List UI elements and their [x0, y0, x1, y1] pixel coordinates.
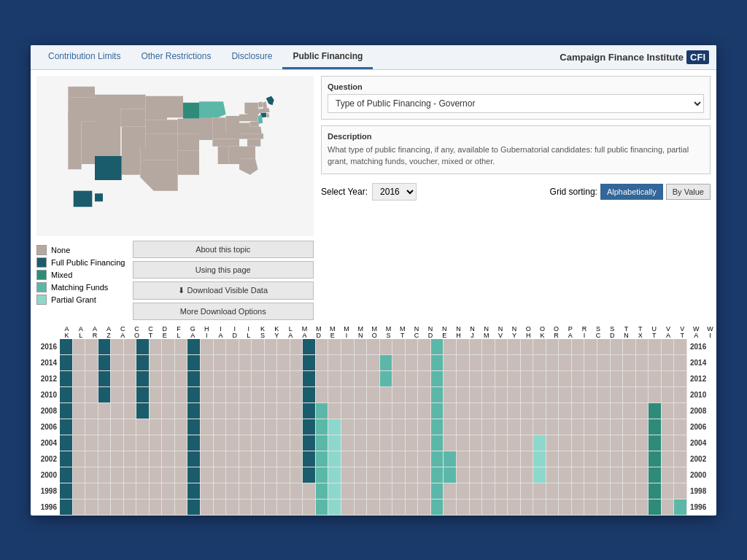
grid-cell-nv-2000[interactable] — [457, 467, 469, 483]
grid-cell-de-1996[interactable] — [150, 499, 162, 516]
grid-cell-sd-2010[interactable] — [559, 387, 571, 403]
grid-cell-id-2008[interactable] — [214, 403, 226, 419]
grid-cell-ma-2016[interactable] — [277, 339, 290, 355]
grid-cell-md-2008[interactable] — [290, 403, 303, 419]
grid-cell-sc-1996[interactable] — [546, 499, 559, 516]
state-mn[interactable] — [167, 96, 183, 117]
grid-cell-mi-2004[interactable] — [316, 435, 328, 451]
grid-cell-ky-2010[interactable] — [252, 387, 264, 403]
grid-cell-co-1996[interactable] — [124, 499, 136, 516]
grid-cell-nv-2012[interactable] — [457, 371, 469, 387]
grid-cell-oh-2016[interactable] — [482, 339, 495, 355]
grid-cell-ut-2008[interactable] — [597, 403, 610, 419]
grid-cell-ky-2004[interactable] — [252, 435, 264, 451]
grid-cell-nv-2016[interactable] — [457, 339, 469, 355]
state-mo[interactable] — [178, 133, 199, 150]
grid-cell-ga-1996[interactable] — [175, 499, 187, 516]
grid-cell-nj-2014[interactable] — [431, 355, 444, 371]
grid-cell-ny-2006[interactable] — [470, 419, 482, 435]
grid-cell-al-2012[interactable] — [73, 371, 85, 387]
grid-cell-sd-2002[interactable] — [559, 451, 571, 467]
grid-col-ut[interactable] — [597, 339, 611, 516]
grid-cell-mn-2014[interactable] — [328, 355, 341, 371]
grid-cell-wa-1996[interactable] — [636, 499, 649, 516]
grid-cell-ky-2002[interactable] — [252, 451, 264, 467]
grid-cell-nd-2000[interactable] — [392, 467, 405, 483]
grid-cell-pa-2004[interactable] — [521, 435, 533, 451]
grid-cell-az-2006[interactable] — [98, 419, 111, 435]
grid-cell-nv-1996[interactable] — [457, 499, 469, 516]
grid-cell-ne-2002[interactable] — [406, 451, 418, 467]
grid-cell-nd-1998[interactable] — [392, 483, 405, 499]
grid-cell-il-2004[interactable] — [226, 435, 239, 451]
state-ut[interactable] — [95, 132, 120, 156]
grid-cell-ms-2008[interactable] — [355, 403, 367, 419]
grid-cell-mo-1996[interactable] — [341, 499, 354, 516]
state-ca[interactable] — [68, 113, 81, 169]
tab-other-restrictions[interactable]: Other Restrictions — [131, 45, 221, 69]
grid-cell-il-2008[interactable] — [226, 403, 239, 419]
grid-cell-ok-2016[interactable] — [495, 339, 508, 355]
grid-cell-mi-2008[interactable] — [316, 403, 328, 419]
grid-col-nv[interactable] — [457, 339, 470, 516]
grid-cell-mo-2000[interactable] — [341, 467, 354, 483]
grid-cell-pa-2010[interactable] — [521, 387, 533, 403]
grid-cell-nj-2010[interactable] — [431, 387, 444, 403]
grid-cell-nd-2004[interactable] — [392, 435, 405, 451]
grid-cell-al-2016[interactable] — [73, 339, 85, 355]
grid-cell-ar-2014[interactable] — [85, 355, 98, 371]
grid-col-or[interactable] — [508, 339, 521, 516]
state-vt[interactable] — [258, 101, 263, 108]
grid-cell-il-2010[interactable] — [226, 387, 239, 403]
grid-cell-ok-2010[interactable] — [495, 387, 508, 403]
grid-cell-ma-2006[interactable] — [277, 419, 290, 435]
grid-cell-ca-2008[interactable] — [111, 403, 123, 419]
grid-cell-ut-2004[interactable] — [597, 435, 610, 451]
grid-cell-or-2000[interactable] — [508, 467, 520, 483]
grid-cell-mn-1996[interactable] — [328, 499, 341, 516]
grid-col-ri[interactable] — [533, 339, 546, 516]
grid-cell-fl-2004[interactable] — [162, 435, 174, 451]
grid-cell-wy-2006[interactable] — [674, 419, 686, 435]
grid-cell-il-2002[interactable] — [226, 451, 239, 467]
grid-cell-tx-2008[interactable] — [584, 403, 597, 419]
grid-cell-oh-2006[interactable] — [482, 419, 495, 435]
grid-cell-me-2014[interactable] — [303, 355, 315, 371]
grid-cell-tn-1996[interactable] — [572, 499, 584, 516]
grid-cell-fl-2002[interactable] — [162, 451, 174, 467]
grid-cell-ri-2016[interactable] — [533, 339, 546, 355]
grid-cell-mi-1998[interactable] — [316, 483, 328, 499]
grid-cell-ct-2002[interactable] — [136, 451, 149, 467]
grid-cell-tn-2010[interactable] — [572, 387, 584, 403]
grid-cell-sc-2016[interactable] — [546, 339, 559, 355]
state-oh[interactable] — [226, 116, 239, 132]
grid-col-mt[interactable] — [367, 339, 380, 516]
grid-cell-vt-2016[interactable] — [623, 339, 635, 355]
grid-cell-ok-1998[interactable] — [495, 483, 508, 499]
grid-cell-hi-2012[interactable] — [187, 371, 200, 387]
grid-cell-sc-1998[interactable] — [546, 483, 559, 499]
grid-cell-mt-1996[interactable] — [367, 499, 379, 516]
grid-cell-sd-2014[interactable] — [559, 355, 571, 371]
grid-cell-de-2010[interactable] — [150, 387, 162, 403]
grid-cell-nd-2010[interactable] — [392, 387, 405, 403]
question-select[interactable]: Type of Public Financing - Governor — [328, 94, 704, 113]
grid-cell-co-1998[interactable] — [124, 483, 136, 499]
grid-cell-mt-2016[interactable] — [367, 339, 379, 355]
grid-cell-wv-2000[interactable] — [662, 467, 674, 483]
grid-cell-mn-2004[interactable] — [328, 435, 341, 451]
grid-cell-nd-1996[interactable] — [392, 499, 405, 516]
grid-cell-ak-2010[interactable] — [60, 387, 72, 403]
grid-cell-nm-2006[interactable] — [444, 419, 456, 435]
grid-cell-ga-2002[interactable] — [175, 451, 187, 467]
state-mi[interactable] — [199, 101, 226, 117]
grid-cell-wy-2014[interactable] — [674, 355, 686, 371]
grid-cell-wi-2010[interactable] — [649, 387, 661, 403]
grid-cell-ut-2006[interactable] — [597, 419, 610, 435]
grid-cell-mi-2010[interactable] — [316, 387, 328, 403]
grid-cell-va-2006[interactable] — [611, 419, 623, 435]
grid-cell-az-2010[interactable] — [98, 387, 111, 403]
grid-cell-pa-2002[interactable] — [521, 451, 533, 467]
grid-cell-nj-2002[interactable] — [431, 451, 444, 467]
grid-cell-al-2006[interactable] — [73, 419, 85, 435]
